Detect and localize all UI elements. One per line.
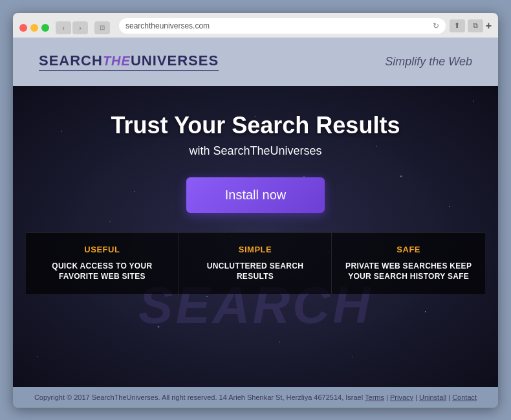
footer-contact[interactable]: Contact: [452, 393, 477, 401]
logo: SEARCHtheUNIVERSES: [39, 52, 219, 71]
footer-terms[interactable]: Terms: [365, 393, 384, 401]
browser-chrome: ‹ › ⊡ searchtheuniverses.com ↻ ⬆ ⧉ +: [13, 13, 498, 38]
back-button[interactable]: ‹: [56, 21, 71, 34]
site-header: SEARCHtheUNIVERSES Simplify the Web: [13, 38, 498, 86]
feature-useful-label: USEFUL: [39, 245, 166, 254]
site-footer: Copyright © 2017 SearchTheUniverses. All…: [13, 387, 498, 408]
hero-title: Trust Your Search Results: [111, 112, 400, 139]
footer-privacy[interactable]: Privacy: [390, 393, 413, 401]
maximize-button[interactable]: [41, 24, 49, 32]
browser-titlebar: ‹ › ⊡ searchtheuniverses.com ↻ ⬆ ⧉ +: [19, 18, 492, 38]
forward-button[interactable]: ›: [72, 21, 88, 34]
logo-area: SEARCHtheUNIVERSES: [39, 52, 219, 71]
features-section: USEFUL QUICK ACCESS TO YOUR FAVORITE WEB…: [26, 232, 485, 294]
install-button[interactable]: Install now: [186, 177, 325, 213]
close-button[interactable]: [19, 24, 27, 32]
logo-search: SEARCH: [39, 52, 103, 69]
tab-button[interactable]: ⊡: [94, 21, 110, 34]
share-button[interactable]: ⬆: [450, 19, 465, 32]
feature-safe-desc: PRIVATE WEB SEARCHES KEEP YOUR SEARCH HI…: [345, 261, 472, 283]
feature-simple: SIMPLE UNCLUTTERED SEARCH RESULTS: [179, 233, 332, 294]
feature-safe-label: SAFE: [345, 245, 472, 254]
traffic-lights: [19, 24, 49, 32]
browser-window: ‹ › ⊡ searchtheuniverses.com ↻ ⬆ ⧉ +: [13, 13, 498, 408]
feature-useful: USEFUL QUICK ACCESS TO YOUR FAVORITE WEB…: [26, 233, 179, 294]
logo-text: SEARCHtheUNIVERSES: [39, 52, 219, 69]
feature-simple-label: SIMPLE: [192, 245, 319, 254]
duplicate-button[interactable]: ⧉: [468, 19, 483, 32]
page-content: SEARCHtheUNIVERSES Simplify the Web SEAR…: [13, 38, 498, 408]
refresh-icon[interactable]: ↻: [433, 21, 439, 30]
feature-simple-desc: UNCLUTTERED SEARCH RESULTS: [192, 261, 319, 283]
hero-subtitle: with SearchTheUniverses: [189, 144, 321, 158]
tagline: Simplify the Web: [385, 55, 472, 69]
minimize-button[interactable]: [30, 24, 38, 32]
hero-section: SEARCH Trust Your Search Results with Se…: [13, 86, 498, 387]
feature-safe: SAFE PRIVATE WEB SEARCHES KEEP YOUR SEAR…: [332, 233, 485, 294]
new-tab-button[interactable]: +: [486, 20, 492, 32]
logo-universes: UNIVERSES: [131, 52, 219, 69]
feature-useful-desc: QUICK ACCESS TO YOUR FAVORITE WEB SITES: [39, 261, 166, 283]
address-text: searchtheuniverses.com: [125, 21, 210, 30]
footer-uninstall[interactable]: Uninstall: [419, 393, 446, 401]
logo-the: the: [103, 54, 131, 68]
nav-buttons: ‹ ›: [56, 21, 88, 34]
footer-copyright: Copyright © 2017 SearchTheUniverses. All…: [34, 393, 363, 401]
toolbar-right: ⬆ ⧉ +: [450, 19, 492, 32]
address-bar[interactable]: searchtheuniverses.com ↻: [119, 18, 446, 34]
